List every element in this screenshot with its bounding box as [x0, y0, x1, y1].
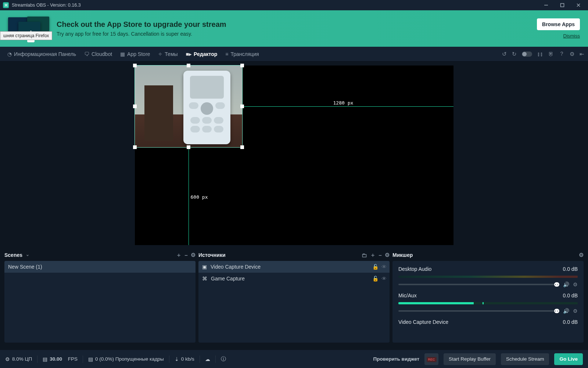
- source-item[interactable]: ⌘ Game Capture 🔓👁: [198, 273, 390, 284]
- source-item[interactable]: ▣ Video Capture Device 🔓👁: [198, 261, 390, 273]
- help-icon[interactable]: ？: [559, 50, 564, 57]
- undo-icon[interactable]: ↺: [502, 51, 507, 57]
- channel-name: Desktop Audio: [398, 266, 431, 272]
- remove-source-icon[interactable]: −: [379, 252, 382, 258]
- bitrate: 0 kb/s: [181, 356, 194, 362]
- scenes-panel: Scenes ＋ − ⚙ New Scene (1): [4, 249, 196, 343]
- info-icon[interactable]: ⓘ: [221, 356, 226, 362]
- visibility-icon[interactable]: 👁: [381, 276, 387, 282]
- download-icon: ⇣: [175, 356, 179, 362]
- volume-slider[interactable]: ‹ ›: [398, 310, 559, 312]
- settings-icon[interactable]: ⚙: [570, 51, 574, 57]
- scene-settings-icon[interactable]: ⚙: [191, 252, 196, 258]
- app-logo: ⌘: [3, 2, 9, 8]
- list-icon: ≡: [225, 51, 228, 57]
- mixer-channel: Mic/Aux0.0 dB ‹ › 🔊 ⚙: [398, 293, 578, 314]
- screen-icon: ▤: [88, 356, 93, 362]
- video-capture-source[interactable]: [135, 66, 242, 147]
- speaker-icon[interactable]: 🔊: [563, 308, 569, 314]
- start-replay-button[interactable]: Start Replay Buffer: [444, 353, 496, 365]
- source-settings-icon[interactable]: ⚙: [385, 252, 390, 258]
- cloud-icon[interactable]: ☁: [205, 356, 210, 362]
- gauge-icon: ◔: [7, 51, 12, 57]
- add-source-icon[interactable]: ＋: [370, 252, 376, 259]
- mixer-title: Микшер: [392, 252, 413, 258]
- window-maximize[interactable]: [556, 0, 569, 10]
- record-button[interactable]: REC: [424, 353, 438, 365]
- promo-subtext: Try any app for free for 15 days. Cancel…: [57, 31, 226, 37]
- shield-icon[interactable]: ⛨: [548, 51, 554, 57]
- add-folder-icon[interactable]: 🗀: [362, 252, 367, 258]
- channel-name: Mic/Aux: [398, 293, 417, 298]
- redo-icon[interactable]: ↻: [512, 51, 517, 57]
- go-live-button[interactable]: Go Live: [554, 353, 583, 365]
- lock-icon[interactable]: 🔓: [372, 276, 379, 282]
- promo-banner: Check out the App Store to upgrade your …: [0, 10, 588, 47]
- bottom-panels: Scenes ＋ − ⚙ New Scene (1) Источники 🗀 ＋…: [0, 249, 588, 345]
- scenes-title: Scenes: [4, 252, 22, 258]
- window-minimize[interactable]: [539, 0, 553, 10]
- nav-editor[interactable]: ■▸Редактор: [182, 47, 221, 61]
- nav-appstore[interactable]: ▦App Store: [116, 47, 154, 61]
- lock-icon[interactable]: 🔓: [372, 264, 379, 270]
- mixer-channel: Desktop Audio0.0 dB ‹ › 🔊 ⚙: [398, 266, 578, 287]
- resize-handle[interactable]: [187, 145, 190, 149]
- camera-icon: ■▸: [186, 51, 191, 57]
- status-bar: ⚙8.0% ЦП ▤30.00 FPS ▤0 (0.0%) Пропущенны…: [0, 350, 588, 368]
- link-icon: ⌘: [202, 276, 207, 282]
- source-label: Game Capture: [211, 276, 245, 282]
- source-label: Video Capture Device: [211, 264, 261, 270]
- mixer-settings-icon[interactable]: ⚙: [579, 252, 584, 258]
- browse-apps-button[interactable]: Browse Apps: [537, 18, 580, 30]
- main-nav: ◔Информационная Панель 🗨Cloudbot ▦App St…: [0, 47, 588, 61]
- remove-scene-icon[interactable]: −: [184, 252, 188, 258]
- audio-meter: [398, 302, 578, 304]
- window-title: Streamlabs OBS - Version: 0.16.3: [12, 3, 81, 8]
- nav-cloudbot[interactable]: 🗨Cloudbot: [80, 47, 116, 61]
- fps-label: FPS: [68, 356, 78, 362]
- channel-name: Video Capture Device: [398, 319, 448, 325]
- nav-live[interactable]: ≡Трансляция: [222, 47, 262, 61]
- resize-handle[interactable]: [133, 145, 137, 149]
- width-dimension: 1280 px: [333, 100, 354, 106]
- volume-slider[interactable]: ‹ ›: [398, 284, 559, 285]
- fps-value: 30.00: [50, 356, 62, 362]
- channel-settings-icon[interactable]: ⚙: [573, 308, 578, 314]
- resize-handle[interactable]: [133, 105, 137, 108]
- dismiss-link[interactable]: Dismiss: [563, 33, 580, 39]
- speaker-icon[interactable]: 🔊: [563, 282, 569, 287]
- wand-icon: ✧: [158, 51, 162, 57]
- resize-handle[interactable]: [133, 64, 137, 67]
- audio-meter: [398, 276, 578, 278]
- resize-handle[interactable]: [187, 64, 190, 67]
- logout-icon[interactable]: ⇤: [580, 51, 584, 57]
- schedule-stream-button[interactable]: Schedule Stream: [501, 353, 549, 365]
- test-widget-link[interactable]: Проверить виджет: [373, 356, 420, 362]
- resize-handle[interactable]: [240, 64, 244, 67]
- camera-icon: ▣: [202, 264, 207, 270]
- cpu-icon: ⚙: [5, 356, 10, 362]
- height-dimension: 600 px: [191, 194, 208, 200]
- screen-icon: ▤: [43, 356, 47, 362]
- preview-area[interactable]: 1280 px 600 px: [0, 61, 588, 249]
- chevron-down-icon[interactable]: [26, 254, 29, 256]
- promo-headline: Check out the App Store to upgrade your …: [57, 20, 226, 29]
- visibility-icon[interactable]: 👁: [381, 264, 387, 270]
- svg-rect-1: [561, 4, 564, 7]
- channel-db: 0.0 dB: [563, 319, 578, 325]
- window-close[interactable]: [572, 0, 585, 10]
- channel-settings-icon[interactable]: ⚙: [573, 282, 578, 287]
- nav-themes[interactable]: ✧Темы: [154, 47, 181, 61]
- night-toggle[interactable]: [522, 52, 532, 57]
- add-scene-icon[interactable]: ＋: [176, 252, 182, 259]
- resize-handle[interactable]: [240, 105, 244, 108]
- cpu-usage: 8.0% ЦП: [12, 356, 32, 362]
- webcam-feed: [135, 66, 242, 147]
- scene-item[interactable]: New Scene (1): [4, 261, 196, 273]
- sources-panel: Источники 🗀 ＋ − ⚙ ▣ Video Capture Device…: [198, 249, 390, 343]
- nav-dashboard[interactable]: ◔Информационная Панель: [4, 47, 80, 61]
- resize-handle[interactable]: [240, 145, 244, 149]
- chat-icon: 🗨: [84, 51, 89, 57]
- preview-canvas[interactable]: 1280 px 600 px: [135, 66, 453, 245]
- layout-icon[interactable]: ⫿⫿: [537, 51, 543, 57]
